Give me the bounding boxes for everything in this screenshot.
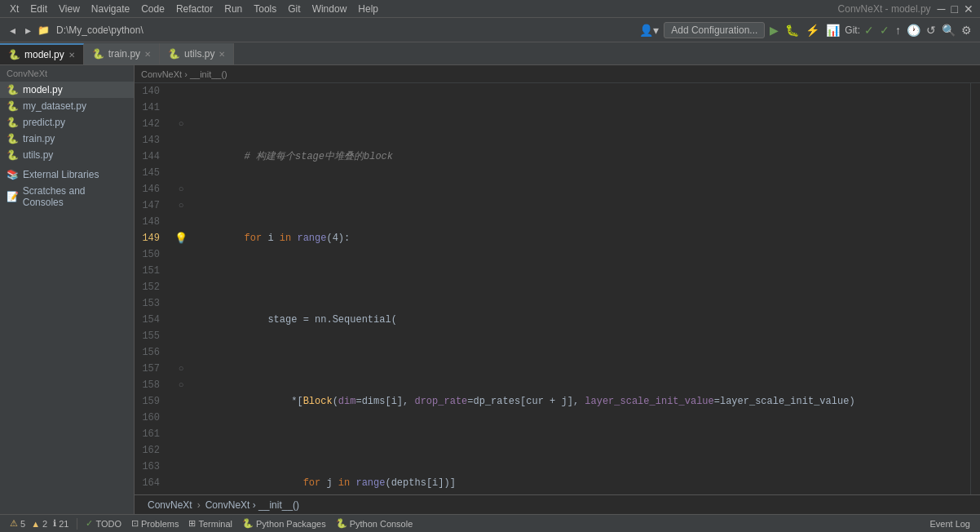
status-python-console[interactable]: 🐍 Python Console <box>333 518 417 529</box>
python-console-label: Python Console <box>350 519 413 529</box>
builtin-range-144: range <box>355 475 385 491</box>
error-triangle-icon: ▲ <box>31 519 40 529</box>
tab-utils-close[interactable]: ✕ <box>219 50 225 59</box>
event-log-label: Event Log <box>929 519 970 529</box>
line-num-160: 160 <box>138 410 165 426</box>
line-num-161: 161 <box>138 426 165 442</box>
tab-train-py-icon: 🐍 <box>92 48 104 60</box>
menu-window[interactable]: Window <box>307 0 352 17</box>
line-num-149: 149 <box>138 230 165 246</box>
project-path: D:\My_code\python\ <box>56 24 143 36</box>
status-problems[interactable]: ⊡ Problems <box>128 518 182 529</box>
menu-tools[interactable]: Tools <box>249 0 281 17</box>
line-num-158: 158 <box>138 377 165 393</box>
git-up[interactable]: ↑ <box>894 22 903 38</box>
fn-block: Block <box>303 393 333 410</box>
maximize-btn[interactable]: □ <box>950 1 960 17</box>
tab-train-close[interactable]: ✕ <box>144 50 151 59</box>
menu-navigate[interactable]: Navigate <box>86 0 135 17</box>
menu-refactor[interactable]: Refactor <box>171 0 218 17</box>
breakpoint-possible-157: ○ <box>179 364 184 374</box>
menu-git[interactable]: Git <box>283 0 305 17</box>
coverage-btn[interactable]: ⚡ <box>804 22 821 38</box>
python-file-icon: 🐍 <box>7 84 20 95</box>
sidebar-item-external-libraries[interactable]: 📚 External Libraries <box>0 166 134 183</box>
tab-model-close[interactable]: ✕ <box>68 51 75 60</box>
settings-btn[interactable]: ⚙ <box>960 22 973 38</box>
gutter-160 <box>171 410 191 426</box>
code-content[interactable]: 140 141 142 143 144 145 146 147 148 149 … <box>135 83 980 494</box>
warning-count: 5 <box>20 519 25 529</box>
toolbar: ◂ ▸ 📁 D:\My_code\python\ 👤▾ Add Configur… <box>0 18 980 42</box>
project-icon: 📁 <box>38 24 50 36</box>
breakpoint-possible-146: ○ <box>179 184 184 194</box>
user-icon[interactable]: 👤▾ <box>638 22 660 38</box>
line-num-143: 143 <box>138 132 165 149</box>
nn-sequential: nn.Sequential <box>315 312 391 328</box>
sidebar-item-train[interactable]: 🐍 train.py <box>0 131 134 147</box>
warning-triangle-icon: ⚠ <box>10 518 18 529</box>
line-num-163: 163 <box>138 459 165 475</box>
status-terminal[interactable]: ⊞ Terminal <box>185 518 236 529</box>
editor-area: ConvNeXt › __init__() 140 141 142 143 14… <box>135 65 980 514</box>
line-num-162: 162 <box>138 442 165 459</box>
menu-help[interactable]: Help <box>353 0 383 17</box>
sidebar-item-model[interactable]: 🐍 model.py <box>0 82 134 98</box>
code-editor[interactable]: # 构建每个stage中堆叠的block for i in range(4): … <box>191 83 970 494</box>
menu-view[interactable]: View <box>54 0 85 17</box>
breadcrumb: ConvNeXt › __init__() <box>141 69 227 79</box>
tab-utils[interactable]: 🐍 utils.py ✕ <box>160 43 234 64</box>
git-check1[interactable]: ✓ <box>863 22 876 38</box>
status-todo[interactable]: ✓ TODO <box>82 518 125 529</box>
menu-code[interactable]: Code <box>136 0 170 17</box>
gutter-147: ○ <box>171 197 191 214</box>
code-line-143: *[Block(dim=dims[i], drop_rate=dp_rates[… <box>197 393 964 410</box>
line-num-159: 159 <box>138 393 165 410</box>
gutter-143 <box>171 132 191 149</box>
search-btn[interactable]: 🔍 <box>940 22 957 38</box>
kw-for-144: for <box>303 475 321 491</box>
sidebar-item-my-dataset[interactable]: 🐍 my_dataset.py <box>0 98 134 114</box>
tab-model[interactable]: 🐍 model.py ✕ <box>0 43 84 64</box>
line-num-157: 157 <box>138 361 165 377</box>
run-config-btn[interactable]: Add Configuration... <box>664 22 765 38</box>
minimize-btn[interactable]: ─ <box>936 1 947 17</box>
gutter-149: 💡 <box>171 230 191 246</box>
sidebar-item-utils[interactable]: 🐍 utils.py <box>0 147 134 163</box>
debug-btn[interactable]: 🐛 <box>784 22 801 38</box>
gutter-148 <box>171 214 191 230</box>
breakpoint-possible-158: ○ <box>179 380 184 390</box>
menu-run[interactable]: Run <box>219 0 247 17</box>
terminal-label: Terminal <box>198 519 232 529</box>
tab-train[interactable]: 🐍 train.py ✕ <box>84 43 160 64</box>
warning-icon-149: 💡 <box>174 232 188 245</box>
git-history[interactable]: 🕐 <box>905 22 922 38</box>
menu-bar: Xt Edit View Navigate Code Refactor Run … <box>0 0 980 18</box>
status-python-packages[interactable]: 🐍 Python Packages <box>239 518 329 529</box>
run-btn[interactable]: ▶ <box>768 22 780 38</box>
menu-edit[interactable]: Edit <box>25 0 52 17</box>
gutter-156 <box>171 344 191 361</box>
menu-xt[interactable]: Xt <box>5 0 24 17</box>
gutter-150 <box>171 246 191 263</box>
profile-btn[interactable]: 📊 <box>824 22 841 38</box>
gutter-154 <box>171 312 191 328</box>
sidebar-item-scratches[interactable]: 📝 Scratches and Consoles <box>0 183 134 211</box>
back-btn[interactable]: ◂ <box>7 22 19 38</box>
breadcrumb-bar: ConvNeXt › __init__() <box>135 65 980 83</box>
line-num-148: 148 <box>138 214 165 230</box>
todo-label: TODO <box>95 519 121 529</box>
git-rollback[interactable]: ↺ <box>925 22 938 38</box>
python-file-icon-5: 🐍 <box>7 149 20 161</box>
git-check2[interactable]: ✓ <box>878 22 891 38</box>
status-warnings[interactable]: ⚠ 5 ▲ 2 ℹ 21 <box>7 518 72 529</box>
error-panel <box>970 83 980 494</box>
status-event-log[interactable]: Event Log <box>926 519 973 529</box>
breadcrumb-init: ConvNeXt › __init__() <box>205 499 299 511</box>
forward-btn[interactable]: ▸ <box>22 22 34 38</box>
close-btn[interactable]: ✕ <box>962 1 975 17</box>
line-num-141: 141 <box>138 100 165 116</box>
sidebar-item-predict[interactable]: 🐍 predict.py <box>0 114 134 131</box>
gutter-159 <box>171 393 191 410</box>
problems-label: Problems <box>141 519 179 529</box>
